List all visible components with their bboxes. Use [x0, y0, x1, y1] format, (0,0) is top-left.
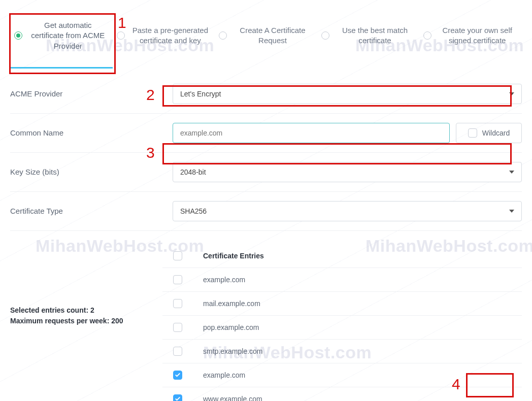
annotation-2: 2 [146, 86, 155, 104]
acme-provider-label: ACME Provider [10, 89, 162, 98]
caret-down-icon [509, 210, 514, 213]
entry-checkbox[interactable] [173, 371, 182, 380]
table-row: smtp.example.com [162, 340, 522, 363]
entry-checkbox[interactable] [173, 394, 182, 401]
common-name-input-wrap [173, 123, 450, 143]
max-requests: Maximum requests per week: 200 [10, 316, 162, 326]
tab-label: Paste a pre-generated certificate and ke… [130, 25, 211, 46]
radio-icon [117, 31, 125, 40]
entry-checkbox[interactable] [173, 299, 182, 308]
tab-label: Use the best match certificate [335, 25, 416, 46]
cert-type-label: Certificate Type [10, 207, 162, 215]
cert-type-select[interactable]: SHA256 [173, 201, 522, 221]
entry-name: smtp.example.com [203, 347, 262, 355]
cert-type-value: SHA256 [180, 207, 207, 215]
table-row: pop.example.com [162, 316, 522, 340]
table-row: mail.example.com [162, 292, 522, 316]
tab-self-signed[interactable]: Create your own self signed certificate [419, 6, 522, 69]
entry-name: www.example.com [203, 395, 262, 401]
tab-best-match[interactable]: Use the best match certificate [317, 6, 420, 69]
common-name-label: Common Name [10, 128, 162, 137]
entry-name: example.com [203, 276, 245, 284]
key-size-label: Key Size (bits) [10, 168, 162, 176]
table-row: example.com [162, 268, 522, 292]
common-name-input[interactable] [180, 129, 442, 137]
caret-down-icon [509, 171, 514, 174]
entry-name: mail.example.com [203, 299, 260, 308]
radio-icon [423, 31, 431, 40]
tab-label: Create A Certificate Request [232, 25, 313, 46]
entries-header-row: Certificate Entries [162, 244, 522, 268]
entries-header-label: Certificate Entries [203, 252, 264, 260]
annotation-box-4 [466, 373, 514, 397]
wildcard-checkbox[interactable] [468, 128, 477, 138]
annotation-box-3 [162, 143, 512, 164]
entry-checkbox[interactable] [173, 275, 182, 284]
annotation-4: 4 [452, 376, 460, 393]
radio-icon [321, 31, 329, 40]
entry-name: example.com [203, 371, 245, 379]
entry-checkbox[interactable] [173, 347, 182, 356]
selected-count: Selected entries count: 2 [10, 305, 162, 316]
tab-label: Create your own self signed certificate [437, 25, 518, 46]
key-size-select[interactable]: 2048-bit [173, 162, 522, 182]
annotation-box-2 [162, 85, 512, 107]
tab-create-request[interactable]: Create A Certificate Request [215, 6, 317, 69]
key-size-value: 2048-bit [180, 168, 206, 176]
annotation-1: 1 [118, 14, 126, 31]
wildcard-toggle[interactable]: Wildcard [456, 123, 522, 143]
select-all-checkbox[interactable] [173, 251, 182, 260]
wildcard-label: Wildcard [482, 129, 510, 137]
entry-checkbox[interactable] [173, 323, 182, 332]
entry-name: pop.example.com [203, 323, 259, 331]
annotation-3: 3 [146, 144, 155, 161]
tab-paste-pregenerated[interactable]: Paste a pre-generated certificate and ke… [113, 6, 215, 69]
entries-summary: Selected entries count: 2 Maximum reques… [10, 244, 162, 401]
radio-icon [219, 31, 227, 40]
annotation-box-1 [9, 13, 116, 74]
